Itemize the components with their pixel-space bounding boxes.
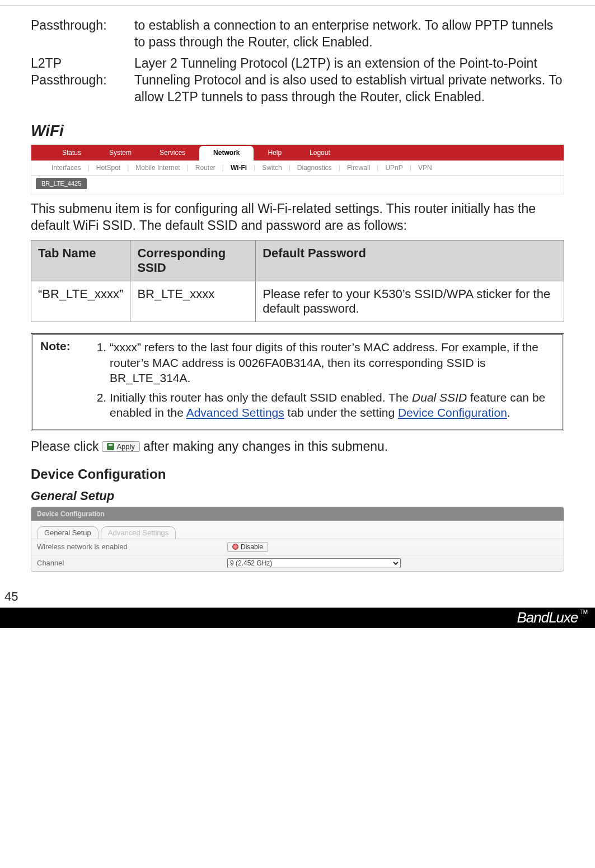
nav-tab-status[interactable]: Status: [48, 145, 95, 161]
row-channel: Channel 9 (2.452 GHz): [31, 555, 564, 571]
wifi-intro-text: This submenu item is for configuring all…: [31, 201, 564, 234]
subnav-firewall[interactable]: Firewall: [344, 164, 373, 172]
section-heading-wifi: WiFi: [31, 122, 564, 140]
router-nav-screenshot: Status System Services Network Help Logo…: [31, 144, 564, 195]
apply-after: after making any changes in this submenu…: [143, 439, 388, 454]
nav-tab-system[interactable]: System: [95, 145, 146, 161]
subnav-diagnostics[interactable]: Diagnostics: [294, 164, 335, 172]
ssid-th-tabname: Tab Name: [31, 240, 130, 281]
wireless-enabled-label: Wireless network is enabled: [37, 542, 227, 551]
apply-before: Please click: [31, 439, 99, 454]
subnav-vpn[interactable]: VPN: [415, 164, 435, 172]
subnav-mobile-internet[interactable]: Mobile Internet: [132, 164, 183, 172]
channel-select[interactable]: 9 (2.452 GHz): [227, 558, 401, 568]
save-icon: [107, 443, 114, 450]
apply-button[interactable]: Apply: [102, 441, 140, 452]
apply-button-label: Apply: [116, 442, 135, 451]
nav-top-row: Status System Services Network Help Logo…: [31, 145, 564, 161]
device-configuration-heading: Device Configuration: [31, 466, 564, 482]
note-item-1: “xxxx” refers to the last four digits of…: [110, 339, 555, 385]
ssid-td-ssid: BR_LTE_xxxx: [130, 281, 256, 322]
row-wireless-enabled: Wireless network is enabled Disable: [31, 539, 564, 555]
nav-tab-help[interactable]: Help: [254, 145, 296, 161]
brand-logo: BandLuxeTM: [517, 609, 587, 626]
page-number: 45: [0, 589, 595, 608]
ssid-th-password: Default Password: [256, 240, 564, 281]
subnav-wifi[interactable]: Wi-Fi: [227, 164, 250, 172]
nav-tab-logout[interactable]: Logout: [296, 145, 344, 161]
subnav-switch[interactable]: Switch: [259, 164, 285, 172]
subnav-upnp[interactable]: UPnP: [382, 164, 406, 172]
ssid-tab[interactable]: BR_LTE_4425: [36, 178, 87, 189]
ssid-table: Tab Name Corresponding SSID Default Pass…: [31, 240, 564, 322]
definition-row: L2TP Passthrough: Layer 2 Tunneling Prot…: [31, 55, 564, 106]
device-config-panel: Device Configuration General Setup Advan…: [31, 507, 564, 572]
def-value: to establish a connection to an enterpri…: [134, 17, 564, 51]
tab-general-setup[interactable]: General Setup: [37, 526, 99, 539]
subnav-router[interactable]: Router: [192, 164, 219, 172]
definition-row: Passthrough: to establish a connection t…: [31, 17, 564, 51]
page-footer: 45 BandLuxeTM: [0, 589, 595, 628]
disable-icon: [232, 544, 238, 550]
channel-label: Channel: [37, 559, 227, 567]
tab-advanced-settings[interactable]: Advanced Settings: [101, 526, 176, 539]
disable-button[interactable]: Disable: [227, 542, 268, 552]
nav-tab-network[interactable]: Network: [199, 146, 254, 161]
apply-line: Please click Apply after making any chan…: [31, 439, 564, 454]
def-value: Layer 2 Tunneling Protocol (L2TP) is an …: [134, 55, 564, 106]
note-item-2: Initially this router has only the defau…: [110, 390, 555, 421]
panel-tabs: General Setup Advanced Settings: [31, 521, 564, 539]
subnav-hotspot[interactable]: HotSpot: [93, 164, 124, 172]
general-setup-heading: General Setup: [31, 489, 564, 503]
disable-button-label: Disable: [241, 543, 263, 551]
ssid-td-password: Please refer to your K530’s SSID/WPA sti…: [256, 281, 564, 322]
note-box: Note: “xxxx” refers to the last four dig…: [31, 333, 564, 431]
panel-title: Device Configuration: [31, 507, 564, 521]
ssid-tab-row: BR_LTE_4425: [31, 176, 564, 195]
note-label: Note:: [40, 339, 96, 424]
def-label: Passthrough:: [31, 17, 134, 51]
nav-tab-services[interactable]: Services: [146, 145, 199, 161]
def-label: L2TP Passthrough:: [31, 55, 134, 106]
nav-sub-row: Interfaces| HotSpot| Mobile Internet| Ro…: [31, 161, 564, 176]
subnav-interfaces[interactable]: Interfaces: [48, 164, 85, 172]
ssid-th-ssid: Corresponding SSID: [130, 240, 256, 281]
ssid-td-tabname: “BR_LTE_xxxx”: [31, 281, 130, 322]
